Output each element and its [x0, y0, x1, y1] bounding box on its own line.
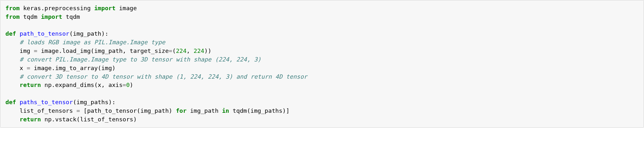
code-block: from keras.preprocessing import image fr…: [0, 0, 644, 128]
token-fn: path_to_tensor: [20, 30, 70, 37]
token-kw: return: [20, 116, 41, 123]
token-fn: paths_to_tensor: [20, 99, 73, 105]
token-kw: from: [5, 5, 20, 11]
token-kw: from: [5, 13, 20, 20]
token-kw: def: [5, 99, 16, 105]
token-kw: return: [20, 82, 41, 88]
token-kw: for: [176, 107, 187, 114]
token-num: 0: [126, 82, 130, 88]
token-c1: # convert 3D tensor to 4D tensor with sh…: [20, 73, 307, 80]
token-op: =: [34, 47, 37, 54]
token-op: =: [27, 65, 30, 71]
token-kw: import: [94, 5, 115, 11]
token-op: =: [169, 47, 172, 54]
token-c1: # loads RGB image as PIL.Image.Image typ…: [20, 39, 165, 46]
token-c1: # convert PIL.Image.Image type to 3D ten…: [20, 56, 261, 63]
token-op: =: [123, 82, 126, 88]
token-kw: in: [222, 107, 229, 114]
token-num: 224: [194, 47, 204, 54]
code-content: from keras.preprocessing import image fr…: [5, 5, 307, 123]
token-kw: def: [5, 30, 16, 37]
token-kw: import: [41, 13, 62, 20]
token-num: 224: [176, 47, 187, 54]
token-op: =: [77, 107, 80, 114]
